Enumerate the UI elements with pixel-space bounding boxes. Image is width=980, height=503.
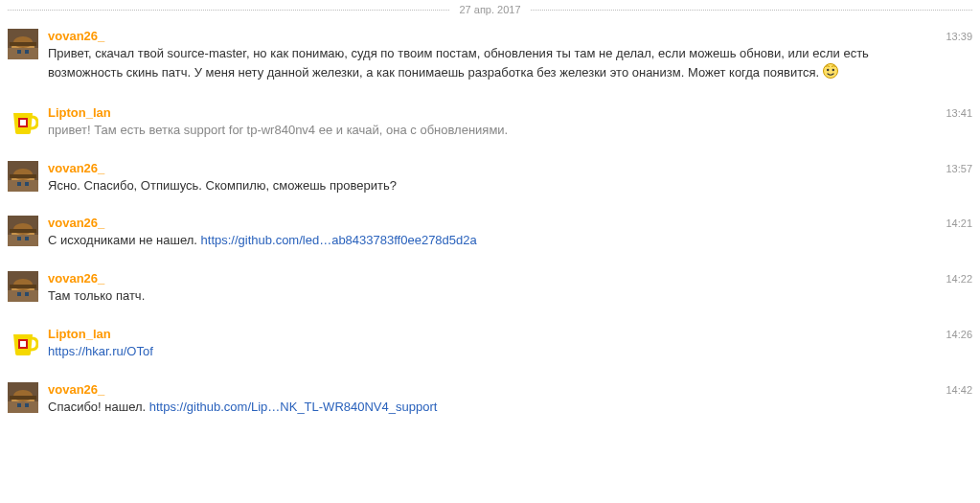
timestamp: 14:42 [934, 382, 972, 396]
username-link[interactable]: vovan26_ [48, 161, 104, 175]
message-list: vovan26_Привет, скачал твой source-maste… [0, 23, 980, 423]
message-content: привет! Там есть ветка support for tp-wr… [48, 122, 934, 140]
message-text: С исходниками не нашел. [48, 233, 201, 247]
message-row: vovan26_Там только патч.14:22 [0, 265, 980, 311]
username-link[interactable]: Lipton_lan [48, 327, 111, 341]
date-divider: 27 апр. 2017 [0, 4, 980, 15]
message-body: Lipton_lanhttps://hkar.ru/OTof [48, 327, 934, 361]
message-body: vovan26_Спасибо! нашел. https://github.c… [48, 382, 934, 417]
message-body: vovan26_Ясно. Спасибо, Отпишусь. Скомпил… [48, 161, 934, 195]
avatar[interactable] [8, 29, 38, 59]
timestamp: 14:21 [934, 216, 972, 229]
message-body: vovan26_С исходниками не нашел. https://… [48, 216, 934, 250]
timestamp: 13:57 [934, 161, 972, 174]
username-link[interactable]: vovan26_ [48, 216, 104, 230]
avatar[interactable] [8, 105, 38, 136]
message-text: Ясно. Спасибо, Отпишусь. Скомпилю, сможе… [48, 178, 397, 193]
avatar[interactable] [8, 271, 38, 302]
message-link[interactable]: https://github.com/led…ab8433783ff0ee278… [201, 233, 477, 247]
timestamp: 14:26 [934, 327, 972, 340]
avatar[interactable] [8, 216, 38, 246]
message-row: vovan26_Привет, скачал твой source-maste… [0, 23, 980, 90]
message-row: vovan26_Ясно. Спасибо, Отпишусь. Скомпил… [0, 155, 980, 201]
timestamp: 14:22 [934, 271, 972, 285]
avatar[interactable] [8, 327, 38, 357]
message-row: vovan26_Спасибо! нашел. https://github.c… [0, 377, 980, 423]
message-row: Lipton_lanhttps://hkar.ru/OTof14:26 [0, 321, 980, 367]
message-content: Спасибо! нашел. https://github.com/Lip…N… [48, 399, 934, 417]
message-text: Там только патч. [48, 288, 145, 303]
username-link[interactable]: vovan26_ [48, 382, 104, 397]
timestamp: 13:41 [934, 105, 972, 119]
message-body: vovan26_Привет, скачал твой source-maste… [48, 29, 934, 84]
avatar[interactable] [8, 382, 38, 413]
divider-line-right [531, 10, 972, 11]
divider-line-left [8, 10, 449, 11]
username-link[interactable]: vovan26_ [48, 29, 104, 43]
date-label: 27 апр. 2017 [449, 4, 530, 15]
username-link[interactable]: Lipton_lan [48, 105, 111, 120]
message-text: Привет, скачал твой source-master, но ка… [48, 46, 869, 80]
message-link[interactable]: https://github.com/Lip…NK_TL-WR840NV4_su… [149, 400, 438, 414]
message-content: Ясно. Спасибо, Отпишусь. Скомпилю, сможе… [48, 177, 934, 195]
emoji-shy-icon [823, 63, 838, 84]
message-body: vovan26_Там только патч. [48, 271, 934, 306]
message-body: Lipton_lanпривет! Там есть ветка support… [48, 105, 934, 140]
message-content: С исходниками не нашел. https://github.c… [48, 232, 934, 250]
timestamp: 13:39 [934, 29, 972, 42]
message-content: https://hkar.ru/OTof [48, 343, 934, 361]
message-text: привет! Там есть ветка support for tp-wr… [48, 123, 508, 137]
message-content: Там только патч. [48, 287, 934, 306]
message-content: Привет, скачал твой source-master, но ка… [48, 45, 934, 84]
message-text: Спасибо! нашел. [48, 400, 149, 414]
message-row: Lipton_lanпривет! Там есть ветка support… [0, 100, 980, 146]
message-link[interactable]: https://hkar.ru/OTof [48, 344, 153, 358]
username-link[interactable]: vovan26_ [48, 271, 104, 286]
avatar[interactable] [8, 161, 38, 192]
message-row: vovan26_С исходниками не нашел. https://… [0, 210, 980, 256]
